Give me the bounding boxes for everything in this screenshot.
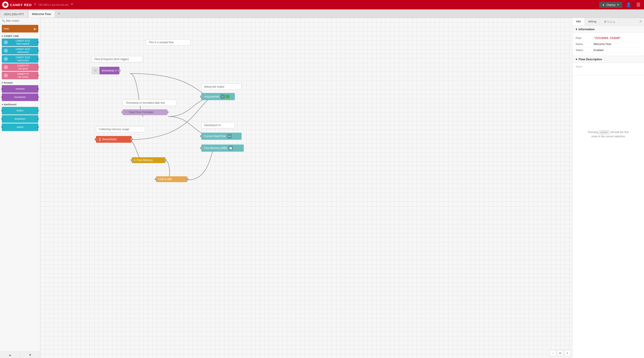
stars1: ** — [34, 3, 36, 6]
port-right — [166, 111, 168, 113]
node-icon: ✦ — [4, 40, 8, 44]
current-datetime-node[interactable]: Current Date/Time abc — [201, 133, 242, 140]
switch-label: switch — [4, 126, 36, 128]
port-right — [186, 178, 188, 180]
information-header: Information — [578, 28, 595, 31]
right-panel: info debug ダッシュ ✕ ▾ Information Flow "d2… — [572, 18, 644, 358]
free-memory-node[interactable]: ✕ Free Memory — [132, 157, 165, 163]
main-layout: 🔍 exec ▶ ▾ CANDY LINE ✦ CANDY EGG http r… — [0, 18, 644, 358]
port-right — [38, 110, 39, 112]
port-right — [38, 118, 39, 120]
tab-add-button[interactable]: + — [55, 10, 63, 18]
candy-egg-http[interactable]: ✦ CANDY EGG http request — [2, 38, 38, 46]
datetime-formatter-node[interactable]: ↻ Date/Time Formatter — [122, 109, 168, 115]
candy-egg-ws1[interactable]: ✦ CANDY EGG websocket — [2, 47, 38, 54]
exec-node[interactable]: exec ▶ — [2, 25, 38, 32]
node-line1: CANDY EGG — [16, 48, 30, 51]
comment-memory[interactable]: Collecting memory usage — [96, 126, 145, 132]
port-left — [1, 126, 3, 128]
func-icon3: f — [158, 178, 158, 181]
tab-adxl[interactable]: ADXL100x FFT — [0, 10, 28, 18]
port-left — [131, 159, 133, 161]
comment-text: Dashboard UI — [204, 124, 221, 127]
node-icon: ✦ — [4, 48, 8, 53]
hint-text1: Pressing — [588, 130, 598, 134]
tabbar: ADXL100x FFT Welcome Flow + — [0, 10, 644, 18]
deploy-dropdown-arrow: ▼ — [617, 4, 619, 6]
switch-node[interactable]: switch — [2, 124, 38, 131]
devicestats-node[interactable]: )) DeviceStats — [96, 136, 132, 143]
msgpayload-node[interactable]: msg.payload ≡ — [201, 93, 235, 100]
section-label: formats — [4, 81, 13, 84]
tab-welcome-flow[interactable]: Welcome Flow — [28, 10, 55, 18]
candy-pi-nmea[interactable]: ✦ CANDY Pi Lite nmea — [2, 72, 38, 79]
candy-egg-ws2[interactable]: ✦ CANDY EGG websocket — [2, 55, 38, 63]
sidebar-down-btn[interactable]: ▼ — [20, 352, 40, 358]
sidebar-up-btn[interactable]: ▲ — [0, 352, 20, 358]
comment-debug[interactable]: debug tab output — [201, 84, 242, 90]
collapse-icon: ▾ — [576, 28, 577, 31]
chevron-icon: ▾ — [2, 103, 3, 106]
hint-text2: will edit the first — [610, 130, 629, 134]
port-left — [200, 96, 202, 98]
rpanel-close-button[interactable]: ✕ — [637, 18, 644, 26]
right-panel-tabs: info debug ダッシュ ✕ — [572, 18, 644, 26]
port-right — [38, 66, 39, 68]
sidebar-nav: ▲ ▼ — [0, 352, 40, 358]
rpanel-tab-dashboard[interactable]: ダッシュ — [600, 18, 619, 26]
filter-nodes-input[interactable] — [6, 19, 40, 22]
kib-to-mib-node[interactable]: f KiB to MiB — [156, 176, 187, 182]
timestamp-label: timestamp ↻ — [102, 69, 117, 72]
dropdown-label: dropdown — [4, 118, 36, 120]
comment-ts-format[interactable]: Timestamp to formatted date text — [122, 100, 176, 106]
right-panel-content: ▾ Information Flow "d2528989.55db08" Nam… — [572, 26, 644, 358]
port-left — [1, 118, 3, 120]
rpanel-tab-info[interactable]: info — [572, 18, 584, 26]
current-datetime-label: Current Date/Time — [204, 135, 226, 138]
free-memory-mib-node[interactable]: Free Memory (MiB) 📈 — [201, 144, 244, 152]
port-left — [122, 111, 124, 113]
comment-dashboard[interactable]: Dashboard UI — [201, 122, 235, 128]
logo: C CANDY RED — [2, 2, 32, 8]
canvas-area[interactable]: This is a sample flow Flow Entrypoint (t… — [40, 18, 572, 358]
deploy-label: Deploy — [606, 3, 616, 6]
comment-entrypoint[interactable]: Flow Entrypoint (time trigger) — [92, 56, 143, 62]
information-section-header[interactable]: ▾ Information — [572, 26, 644, 33]
free-memory-mib-label: Free Memory (MiB) — [204, 146, 227, 150]
timestamp-main: timestamp ↻ — [100, 67, 120, 74]
node-line1: CANDY Pi — [17, 72, 29, 76]
zoom-out-button[interactable]: − — [550, 350, 556, 356]
comment-text: debug tab output — [204, 85, 224, 88]
flow-description-header[interactable]: ▾ Flow Description — [572, 56, 644, 63]
section-candy-line[interactable]: ▾ CANDY LINE — [0, 34, 40, 38]
menu-icon[interactable]: ☰ — [635, 2, 642, 8]
humanizer-label: humanizer — [4, 96, 36, 98]
node-icon: ✦ — [4, 73, 8, 78]
candy-icon: C — [2, 2, 8, 8]
sidebar-nodes: exec ▶ ▾ CANDY LINE ✦ CANDY EGG http req… — [0, 24, 40, 352]
timestamp-node[interactable]: timestamp ↻ — [92, 67, 120, 74]
dropdown-node[interactable]: dropdown — [2, 115, 38, 123]
node-line2: Lite nmea — [18, 76, 28, 78]
moment-node[interactable]: moment — [2, 85, 38, 93]
comment-sample-flow[interactable]: This is a sample flow — [146, 39, 190, 46]
port-left — [1, 88, 3, 90]
deploy-button[interactable]: ⏵ Deploy ▼ — [599, 2, 622, 8]
abc-badge: abc — [227, 134, 232, 138]
flow-id-label: Flow — [576, 36, 594, 40]
section-dashboard[interactable]: ▾ dashboard — [0, 102, 40, 106]
devicestats-icon: )) — [98, 137, 101, 141]
hint-text3: node in the current selection — [591, 135, 625, 138]
node-icon: ✦ — [4, 65, 8, 70]
rpanel-tab-debug[interactable]: debug — [584, 18, 600, 26]
button-node[interactable]: button — [2, 107, 38, 114]
candy-pi-gnss[interactable]: ✦ CANDY Pi Lite gnss — [2, 64, 38, 71]
flow-description-none: None — [572, 63, 644, 70]
humanizer-node[interactable]: humanizer — [2, 94, 38, 101]
flow-status-row: Status Enabled — [576, 47, 641, 53]
zoom-in-button[interactable]: + — [564, 350, 570, 356]
user-icon[interactable]: 👤 — [624, 2, 633, 8]
zoom-reset-button[interactable]: ⊙ — [557, 350, 563, 356]
section-formats[interactable]: ▾ formats — [0, 80, 40, 84]
port-left — [95, 138, 97, 140]
